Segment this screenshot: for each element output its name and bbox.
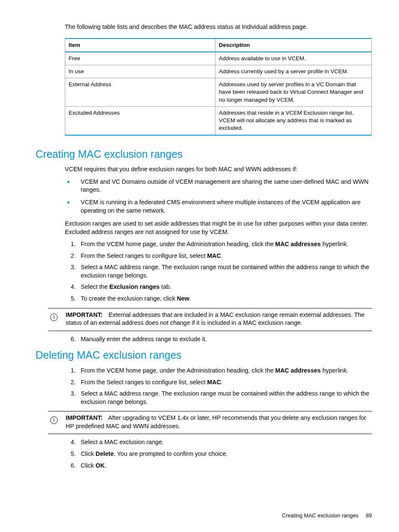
step-item: 6. Manually enter the address range to e… [65,335,372,344]
steps-list: 1. From the VCEM home page, under the Ad… [65,367,372,406]
important-text: External addresses that are included in … [66,311,365,326]
bullet-item: VCEM and VC Domains outside of VCEM mana… [65,178,372,194]
cell-desc: Address available to use in VCEM. [215,52,372,65]
page-footer: Creating MAC exclusion ranges 89 [282,512,372,519]
important-icon: ! [48,312,60,321]
step-text: . [221,252,223,259]
status-table: Item Description Free Address available … [65,38,372,136]
step-item: 4. Select the Exclusion ranges tab. [65,283,372,291]
cell-desc: Addresses used by server profiles in a V… [215,78,372,107]
step-item: 3. Select a MAC address range. The exclu… [65,390,372,406]
step-number: 5. [65,450,76,458]
step-item: 1. From the VCEM home page, under the Ad… [65,367,372,375]
step-item: 1. From the VCEM home page, under the Ad… [65,240,372,249]
step-item: 2. From the Select ranges to configure l… [65,378,372,387]
footer-section-name: Creating MAC exclusion ranges [282,512,358,519]
step-text: Manually enter the address range to excl… [81,336,207,342]
steps-list: 1. From the VCEM home page, under the Ad… [65,240,372,303]
step-number: 2. [65,252,76,260]
steps-list-cont: 6. Manually enter the address range to e… [65,335,372,344]
table-row: External Address Addresses used by serve… [65,78,372,107]
important-note: ! IMPORTANT: External addresses that are… [48,308,372,331]
step-bold: MAC addresses [275,241,321,247]
step-text: Select a MAC address range. The exclusio… [81,390,369,405]
cell-item: External Address [65,78,215,107]
section-lead: VCEM requires that you define exclusion … [65,165,372,174]
important-note: ! IMPORTANT: After upgrading to VCEM 1.4… [48,411,372,434]
cell-item: Free [65,52,215,65]
step-item: 5. Click Delete. You are prompted to con… [65,450,372,458]
step-text: Select a MAC exclusion range. [81,439,164,445]
step-number: 6. [65,462,76,470]
cell-desc: Addresses that reside in a VCEM Exclusio… [215,106,372,135]
step-number: 3. [65,390,76,398]
step-text: tab. [160,283,171,290]
section-paragraph: Exclusion ranges are used to set aside a… [65,220,372,236]
step-bold: MAC [207,252,221,259]
intro-paragraph: The following table lists and describes … [65,23,372,31]
step-text: From the VCEM home page, under the Admin… [81,241,275,247]
step-text: Click [81,450,95,457]
step-item: 6. Click OK. [65,462,372,470]
cell-item: Excluded Addresses [65,106,215,135]
important-icon: ! [48,415,60,424]
step-number: 1. [65,367,76,375]
step-text: Click [81,462,95,469]
steps-list-cont: 4. Select a MAC exclusion range. 5. Clic… [65,438,372,470]
step-number: 5. [65,295,76,303]
step-bold: OK [95,462,105,469]
step-item: 3. Select a MAC address range. The exclu… [65,263,372,280]
step-bold: MAC addresses [275,367,321,374]
step-text: . [105,462,106,469]
step-number: 4. [65,283,76,291]
important-label: IMPORTANT: [66,311,102,318]
step-bold: Exclusion ranges [110,283,160,290]
table-header-item: Item [65,39,215,52]
step-bold: New [177,295,189,302]
table-header-description: Description [215,39,372,52]
step-text: Select the [81,283,110,290]
step-item: 2. From the Select ranges to configure l… [65,252,372,260]
step-text: . [189,295,191,302]
step-number: 2. [65,378,76,387]
step-text: To create the exclusion range, click [81,295,177,302]
step-bold: MAC [207,379,221,386]
step-bold: Delete [95,450,114,457]
bullet-list: VCEM and VC Domains outside of VCEM mana… [65,178,372,215]
step-text: hyperlink. [321,241,348,247]
table-row: Excluded Addresses Addresses that reside… [65,106,372,135]
step-text: . [221,379,223,386]
heading-creating-mac-exclusion: Creating MAC exclusion ranges [36,147,372,162]
step-text: Select a MAC address range. The exclusio… [81,264,369,279]
document-page: The following table lists and describes … [0,0,399,532]
step-item: 5. To create the exclusion range, click … [65,295,372,303]
step-number: 4. [65,438,76,447]
step-text: . You are prompted to confirm your choic… [114,450,228,457]
step-number: 3. [65,263,76,272]
step-number: 1. [65,240,76,249]
table-row: In use Address currently used by a serve… [65,65,372,78]
step-number: 6. [65,335,76,344]
page-number: 89 [366,512,372,519]
step-text: From the Select ranges to configure list… [81,252,207,259]
heading-deleting-mac-exclusion: Deleting MAC exclusion ranges [36,348,372,362]
cell-desc: Address currently used by a server profi… [215,65,372,78]
important-label: IMPORTANT: [66,414,102,421]
important-text: After upgrading to VCEM 1.4x or later, H… [66,414,366,429]
step-text: From the VCEM home page, under the Admin… [81,367,275,374]
bullet-item: VCEM is running in a federated CMS envir… [65,198,372,215]
step-text: hyperlink. [321,367,348,374]
table-row: Free Address available to use in VCEM. [65,52,372,65]
cell-item: In use [65,65,215,78]
step-item: 4. Select a MAC exclusion range. [65,438,372,447]
step-text: From the Select ranges to configure list… [81,379,207,386]
